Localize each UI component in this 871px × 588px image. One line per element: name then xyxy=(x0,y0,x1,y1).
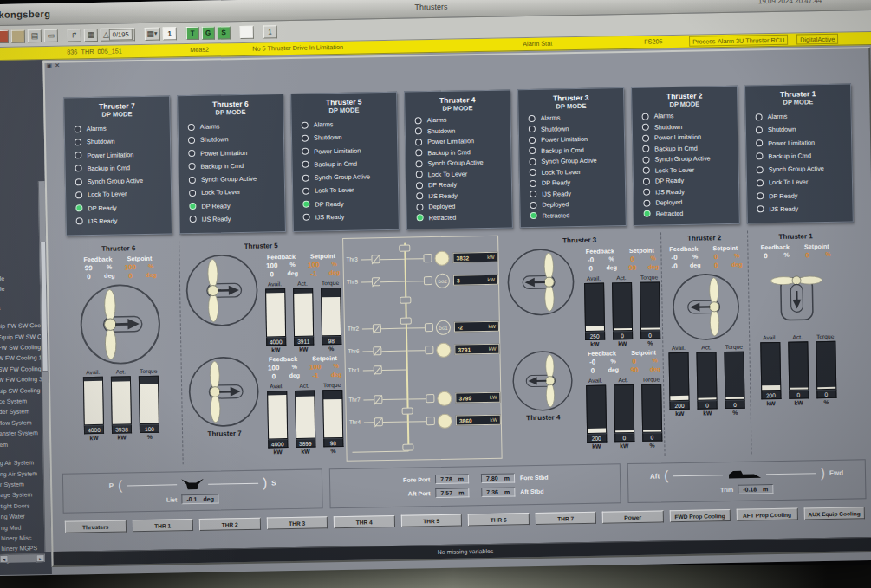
diagram-line xyxy=(362,351,373,352)
feedback-header: Feedback xyxy=(754,243,796,252)
dp-status-item: DP Ready xyxy=(189,201,281,210)
sidebar-horizontal-scrollbar[interactable]: ◂ ▸ xyxy=(0,553,45,563)
dp-status-item: DP Ready xyxy=(416,180,508,190)
bar-frame xyxy=(139,376,159,424)
dp-status-item: DP Ready xyxy=(302,198,394,208)
status-label: Backup in Cmd xyxy=(200,162,244,171)
bar-frame xyxy=(612,282,633,331)
bottom-button-thrusters[interactable]: Thrusters xyxy=(65,520,127,533)
bottom-button-fwd-prop-cooling[interactable]: FWD Prop Cooling xyxy=(669,509,731,522)
status-indicator-dp-ready xyxy=(189,203,196,210)
degree-unit: deg xyxy=(602,264,621,272)
bar-torque: Torque98% xyxy=(320,280,341,352)
bar-label: Torque xyxy=(139,368,159,376)
diagram-line xyxy=(362,328,373,329)
dp-status-item: Power Limitation xyxy=(756,138,848,147)
status-label: Synch Group Active xyxy=(427,158,483,167)
toggle-s-button[interactable]: S xyxy=(217,26,230,39)
blank-button[interactable] xyxy=(239,25,253,38)
toolbar-button[interactable]: ↱ xyxy=(68,29,81,42)
bottom-button-thr-5[interactable]: THR 5 xyxy=(400,514,462,527)
pane-icon[interactable]: ▣ xyxy=(46,62,52,69)
close-icon[interactable]: ✕ xyxy=(55,62,60,69)
power-value-box: 3kW xyxy=(453,275,498,286)
bar-value: 0 xyxy=(642,432,662,441)
percent-unit: % xyxy=(285,364,304,372)
status-indicator-power-limitation xyxy=(188,150,195,157)
bottom-button-aux-equip-cooling[interactable]: AUX Equip Cooling xyxy=(803,507,865,520)
dp-status-item: Lock To Lever xyxy=(530,167,621,177)
alarm-type: DigitalActive xyxy=(796,34,838,45)
dp-status-item: Lock To Lever xyxy=(757,178,848,187)
setpoint-header: Setpoint xyxy=(119,255,160,263)
toggle-g-button[interactable]: G xyxy=(201,26,214,39)
status-indicator-alarms xyxy=(188,124,195,131)
bottom-button-thr-7[interactable]: THR 7 xyxy=(535,512,596,525)
toolbar-button[interactable]: ▭ xyxy=(44,29,58,42)
bar-unit: % xyxy=(642,442,662,448)
status-label: Shutdown xyxy=(427,126,456,135)
tab-button[interactable]: 1 xyxy=(263,25,276,38)
list-indicator-panel: P ( ) S List -0.1 deg xyxy=(62,468,323,513)
scroll-right-arrow-icon[interactable]: ▸ xyxy=(36,554,45,562)
ship-side-icon xyxy=(727,468,762,480)
bar-frame xyxy=(267,391,288,439)
dp-status-item: Synch Group Active xyxy=(415,158,507,168)
breaker-icon xyxy=(374,365,382,374)
bottom-button-aft-prop-cooling[interactable]: AFT Prop Cooling xyxy=(737,508,798,521)
bottom-button-thr-4[interactable]: THR 4 xyxy=(334,515,395,528)
page-number-box[interactable]: 1 xyxy=(162,27,176,40)
toolbar-button[interactable]: ▤ xyxy=(28,29,42,42)
bottom-button-thr-6[interactable]: THR 6 xyxy=(468,513,530,526)
setpoint-azimuth-value: 90 xyxy=(621,264,644,272)
feedback-percent-value: 99 xyxy=(77,264,100,272)
bar-unit: kW xyxy=(112,434,132,440)
alarm-ack-button[interactable] xyxy=(0,29,9,42)
alarm-silence-button[interactable] xyxy=(11,29,25,42)
status-label: Retracted xyxy=(543,211,570,220)
status-indicator-synch-group-active xyxy=(189,177,196,184)
percent-unit: % xyxy=(646,357,665,365)
diagram-line xyxy=(382,370,407,372)
toolbar-button[interactable]: ▦ xyxy=(84,28,98,41)
dp-status-item: Synch Group Active xyxy=(189,174,281,184)
bar-value: 0 xyxy=(789,390,809,398)
status-indicator-backup-in-cmd xyxy=(415,150,422,157)
dp-status-item: Alarms xyxy=(188,121,280,131)
dp-status-item: Backup in Cmd xyxy=(302,159,393,169)
bar-value: 4000 xyxy=(84,425,104,434)
bar-unit: % xyxy=(816,399,836,405)
alarm-list-button[interactable]: △ 0/195 xyxy=(101,28,135,42)
bar-value: 98 xyxy=(323,438,343,447)
diagram-line xyxy=(383,422,408,423)
bar-avail-: Avail.200kW xyxy=(760,334,781,406)
bar-value: 200 xyxy=(761,391,781,399)
percent-unit: % xyxy=(777,252,796,260)
fore-port-label: Fore Port xyxy=(403,476,430,483)
status-label: Shutdown xyxy=(200,136,229,145)
list-unit: deg xyxy=(203,495,214,503)
bar-frame xyxy=(641,384,662,432)
aft-stbd-label: Aft Stbd xyxy=(520,488,543,494)
sidebar-item-ac-alarms[interactable]: AC Alarms xyxy=(0,572,52,575)
ship-attitude-strip: P ( ) S List -0.1 deg xyxy=(62,459,867,513)
feedback-setpoint-grid: FeedbackSetpoint100%100%0deg-1deg xyxy=(260,252,344,279)
power-unit: kW xyxy=(490,395,497,400)
bottom-button-thr-3[interactable]: THR 3 xyxy=(266,516,328,529)
bottom-button-thr-1[interactable]: THR 1 xyxy=(132,519,193,532)
status-indicator-lock-to-lever xyxy=(302,187,309,194)
degree-unit: deg xyxy=(325,269,344,277)
bottom-button-thr-2[interactable]: THR 2 xyxy=(199,518,261,531)
diagram-line xyxy=(408,398,426,399)
dp-status-item: Power Limitation xyxy=(188,148,280,158)
bar-frame xyxy=(788,341,809,390)
toggle-t-button[interactable]: T xyxy=(185,26,198,39)
percent-unit: % xyxy=(601,255,621,263)
status-label: Alarms xyxy=(654,113,674,120)
scroll-left-arrow-icon[interactable]: ◂ xyxy=(0,555,9,563)
percent-unit: % xyxy=(325,261,344,268)
page-menu-button[interactable]: ▦ ▾ xyxy=(144,27,159,40)
degree-unit: deg xyxy=(646,365,665,373)
bar-torque: Torque98% xyxy=(322,382,343,454)
bottom-button-power[interactable]: Power xyxy=(602,510,664,523)
